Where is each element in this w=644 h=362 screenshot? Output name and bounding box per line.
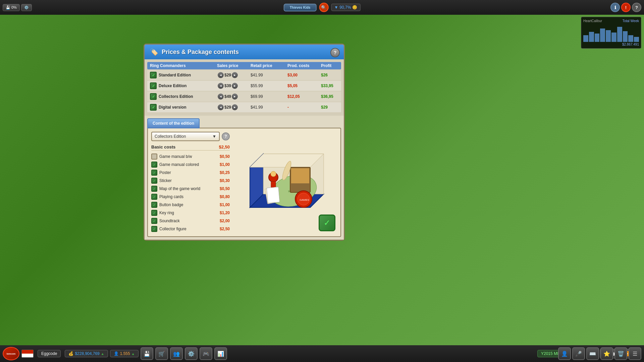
edition-name-collectors: ✓ Collectors Edition	[150, 93, 217, 100]
trash-button[interactable]: 🗑️	[614, 347, 627, 360]
prod-cost-digital: -	[287, 105, 321, 110]
employees-display: 👤 1.555 ▲	[110, 350, 139, 357]
profit-digital: $29	[321, 105, 348, 110]
top-center: Thieves Kids 🔍 ▼ 90,7% 😊	[284, 3, 361, 12]
item-check-sticker[interactable]: ✓	[151, 178, 157, 184]
edition-check-standard[interactable]: ✓	[150, 72, 157, 78]
profile-button[interactable]: 👤	[558, 347, 571, 360]
employees-button[interactable]: 👥	[170, 347, 183, 360]
dialog-header: 🏷️ Prices & Package contents ?	[145, 45, 344, 59]
bar-10	[634, 37, 639, 42]
save-btn[interactable]: 💾 0%	[3, 4, 20, 11]
bar-7	[617, 27, 622, 42]
content-section: Content of the edition Collectors Editio…	[145, 116, 344, 240]
content-tab[interactable]: Content of the edition	[147, 118, 200, 128]
edition-check-deluxe[interactable]: ✓	[150, 82, 157, 89]
price-dec-deluxe[interactable]: ◄	[218, 83, 224, 89]
item-check-keyring[interactable]: ✓	[151, 210, 157, 216]
chart-bars	[583, 25, 639, 42]
info-btn-3[interactable]: ?	[632, 3, 641, 12]
prices-dialog: 🏷️ Prices & Package contents ? Ring Comm…	[144, 44, 345, 241]
edition-name-digital: ✓ Digital version	[150, 104, 217, 111]
items-list: Game manual b/w $0,50 ✓ Game manual colo…	[151, 153, 230, 233]
mini-chart: HeartCalibur Total Week $2.867.491	[581, 17, 641, 49]
list-item: ✓ Key ring $1,20	[151, 209, 230, 217]
search-btn[interactable]: 🔍	[319, 3, 328, 12]
edition-check-collectors[interactable]: ✓	[150, 93, 157, 100]
gear-btn[interactable]: ⚙️	[21, 4, 32, 11]
top-right-buttons: ℹ ! ?	[610, 3, 641, 12]
col-edition: Ring Commanders	[150, 63, 217, 68]
price-inc-collectors[interactable]: ►	[232, 94, 238, 100]
menu-button[interactable]: ☰	[629, 347, 641, 360]
list-item: ✓ Soundtrack $2,00	[151, 217, 230, 225]
retail-standard: $41.99	[251, 73, 287, 77]
item-check-manual-colored[interactable]: ✓	[151, 162, 157, 168]
bar-6	[611, 33, 616, 42]
item-check-map[interactable]: ✓	[151, 186, 157, 192]
svg-rect-10	[291, 168, 309, 183]
game-title: Thieves Kids	[284, 4, 317, 11]
keyboard-button[interactable]: ⌨️	[586, 347, 599, 360]
edition-check-digital[interactable]: ✓	[150, 104, 157, 111]
table-row: ✓ Collectors Edition ◄ $49 ► $69.99 $12,…	[147, 92, 341, 102]
dialog-help-button[interactable]: ?	[330, 48, 340, 57]
top-bar-left: 💾 0% ⚙️	[0, 4, 32, 11]
flag-icon	[21, 350, 34, 358]
col-sales: Sales price	[217, 63, 251, 68]
games-button[interactable]: 🎮	[200, 347, 212, 360]
price-dec-collectors[interactable]: ◄	[218, 94, 224, 100]
confirm-button[interactable]: ✓	[319, 215, 335, 231]
price-dec-standard[interactable]: ◄	[218, 72, 224, 78]
svg-point-8	[271, 171, 276, 177]
list-item: ✓ Sticker $0,30	[151, 177, 230, 185]
table-row: ✓ Standard Edition ◄ $29 ► $41.99 $3,00 …	[147, 70, 341, 80]
info-btn-1[interactable]: ℹ	[610, 3, 620, 12]
mic-button[interactable]: 🎤	[572, 347, 585, 360]
basic-costs-label: Basic costs	[151, 144, 175, 149]
bar-5	[606, 30, 611, 42]
retail-deluxe: $55.99	[251, 83, 287, 88]
price-inc-deluxe[interactable]: ►	[232, 83, 238, 89]
profit-collectors: $36,95	[321, 94, 348, 99]
retail-digital: $41.99	[251, 105, 287, 110]
svg-rect-7	[271, 181, 276, 188]
content-right: MAP GAMES	[233, 132, 337, 233]
price-dec-digital[interactable]: ◄	[218, 104, 224, 110]
settings-button[interactable]: ⚙️	[185, 347, 198, 360]
item-check-poster[interactable]: ✓	[151, 170, 157, 176]
info-btn-2[interactable]: !	[621, 3, 631, 12]
svg-text:GAMES: GAMES	[300, 198, 309, 201]
price-inc-digital[interactable]: ►	[232, 104, 238, 110]
prod-cost-deluxe: $5,05	[287, 83, 321, 88]
item-check-badge[interactable]: ✓	[151, 202, 157, 208]
prod-cost-standard: $3,00	[287, 73, 321, 77]
shop-button[interactable]: 🛒	[155, 347, 168, 360]
top-bar: 💾 0% ⚙️ Thieves Kids 🔍 ▼ 90,7% 😊 ℹ ! ?	[0, 0, 644, 15]
save-game-button[interactable]: 💾	[141, 347, 153, 360]
stats-button[interactable]: 📊	[214, 347, 227, 360]
sales-price-standard: ◄ $29 ►	[217, 72, 251, 78]
item-check-figure[interactable]: ✓	[151, 226, 157, 232]
price-inc-standard[interactable]: ►	[232, 72, 238, 78]
bar-8	[623, 31, 628, 42]
sales-price-collectors: ◄ $49 ►	[217, 94, 251, 100]
svg-rect-16	[267, 187, 280, 203]
retail-collectors: $69.99	[251, 94, 287, 99]
right-icons: 👤 🎤 ⌨️ ⭐ 🗑️ ☰	[558, 347, 641, 360]
star-button[interactable]: ⭐	[600, 347, 613, 360]
item-check-soundtrack[interactable]: ✓	[151, 218, 157, 224]
content-body: Collectors Edition ▼ ? Basic costs $2,50…	[147, 128, 341, 237]
edition-dropdown[interactable]: Collectors Edition ▼	[151, 132, 220, 141]
item-check-manual-bw[interactable]	[151, 154, 157, 160]
mini-chart-company: HeartCalibur	[583, 19, 602, 23]
list-item: ✓ Playing cards $0,80	[151, 193, 230, 201]
list-item: ✓ Poster $0,25	[151, 169, 230, 177]
content-help-button[interactable]: ?	[222, 132, 230, 140]
dialog-icon: 🏷️	[150, 48, 158, 56]
chart-value: $2.867.491	[583, 43, 639, 46]
list-item: ✓ Collector figure $2,50	[151, 225, 230, 233]
money-display: 💰 $228,904,769 ▲	[65, 350, 108, 357]
list-item: Game manual b/w $0,50	[151, 153, 230, 161]
item-check-cards[interactable]: ✓	[151, 194, 157, 200]
